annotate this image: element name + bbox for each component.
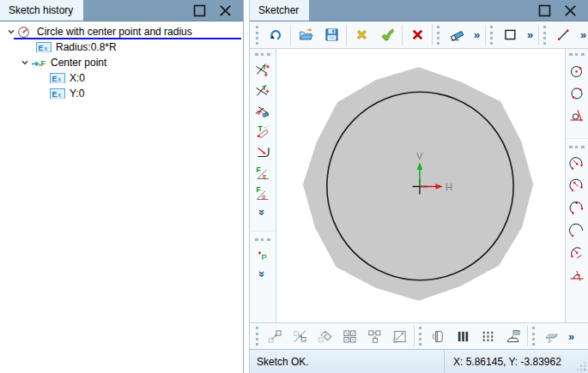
open-button[interactable] [293,24,318,46]
circle-arc-tools-toolbar [565,49,588,322]
sheet-metal-button[interactable]: L [539,325,564,347]
circle-tangent-button[interactable] [567,105,587,127]
toolbar-drag-handle[interactable] [543,26,546,45]
eraser-button[interactable] [444,24,470,46]
bottom-tools-overflow-button[interactable]: » [564,325,578,347]
chevron-down-icon[interactable] [19,57,31,69]
arc-center-icon [569,156,585,171]
scale-button[interactable] [387,325,412,347]
undo-icon [269,27,283,42]
toolbar-separator [432,25,433,45]
toolbar-drag-handle[interactable] [490,26,493,45]
line-tools-overflow-button[interactable]: » [576,24,588,46]
svg-text:E: E [52,74,57,82]
workplane-face[interactable] [303,67,533,301]
toolbar-separator [414,326,415,346]
split-edge-alt-button[interactable]: T [252,81,274,101]
discard-button[interactable] [349,24,374,46]
stamp-text-button[interactable]: Ah [500,325,525,347]
svg-text:T: T [263,63,267,71]
fillet-icon [255,145,270,160]
array-button[interactable] [337,325,362,347]
sketch-history-title-tab[interactable]: Sketch history [0,0,83,21]
sketcher-main-toolbar: »»» [250,21,588,49]
sketch-canvas[interactable]: V H [276,49,565,322]
line-tool-button[interactable] [550,24,576,46]
maximize-icon [537,3,552,18]
toolbar-separator [346,25,347,45]
arc-3point-button[interactable] [567,197,587,220]
arc-button[interactable] [567,220,587,242]
more-edit-tools-button[interactable]: » [255,204,270,220]
circle-center-radius-icon [569,63,585,79]
mirror-move-button[interactable] [288,325,312,347]
sketcher-titlebar: Sketcher [250,0,588,21]
rotate-button[interactable] [312,325,337,347]
circular-array-button[interactable] [362,325,387,347]
close-icon [218,3,233,18]
discard-icon [355,27,369,42]
toolbar-drag-handle[interactable] [255,53,270,56]
toolbar-drag-handle[interactable] [569,53,585,56]
fix-point-button[interactable]: P [252,245,274,266]
toolbar-section-gap [566,127,588,139]
tree-item-label: Y:0 [70,87,84,99]
tangent-arc-line-button[interactable] [567,264,587,286]
line-tool-icon [556,27,571,42]
section-dashed-button[interactable] [476,325,500,347]
toolbar-drag-handle[interactable] [437,26,439,45]
fillet-button[interactable] [252,142,274,163]
move-button[interactable] [263,325,288,347]
h-axis-label: H [446,181,452,191]
arc-endpoints-button[interactable] [567,175,587,197]
section-solid-button[interactable] [451,325,476,347]
svg-text:α: α [263,173,266,179]
toolbar-drag-handle[interactable] [532,327,535,346]
toolbar-separator [402,25,403,45]
svg-text:Ah: Ah [514,330,519,334]
arc-center-button[interactable] [567,153,587,175]
split-edge-button[interactable]: T [252,60,274,81]
unfold-button[interactable] [426,325,451,347]
chevron-down-icon[interactable] [5,26,17,38]
toolbar-drag-handle[interactable] [255,238,270,241]
rectangle-tools-overflow-button[interactable]: » [523,24,536,46]
fix-angle-alt-button[interactable]: Fα [252,183,274,204]
tree-item[interactable]: FCenter point [0,55,243,70]
arc-tangent-button[interactable] [567,242,587,264]
fix-angle-alt-icon: Fα [255,186,270,202]
sketch-history-titlebar: Sketch history [0,0,243,21]
maximize-button[interactable] [531,0,557,21]
erase-segment-button[interactable] [252,101,274,122]
resize-grip[interactable] [576,361,586,371]
tree-item[interactable]: ExRadius:0.8*R [0,39,243,55]
v-axis-label: V [416,151,423,161]
rectangle-tool-button[interactable] [497,24,523,46]
erase-tools-overflow-button[interactable]: » [470,24,483,46]
tree-item[interactable]: ExX:0 [0,70,243,86]
circle-points-button[interactable] [567,82,587,105]
save-button[interactable] [318,24,344,46]
toolbar-drag-handle[interactable] [419,327,421,346]
toolbar-drag-handle[interactable] [569,146,585,148]
undo-button[interactable] [263,24,288,46]
tree-item[interactable]: ExY:0 [0,86,243,101]
arc-endpoints-icon [569,178,585,194]
split-edge-icon: T [255,63,270,78]
tangent-constraint-button[interactable]: T [252,122,274,142]
sketch-history-panel: Sketch history Circle with center point … [0,0,244,373]
toolbar-drag-handle[interactable] [256,327,258,346]
close-button[interactable] [557,0,583,21]
circle-center-radius-button[interactable] [567,60,587,82]
tree-item[interactable]: Circle with center point and radius [0,24,243,39]
close-icon [563,3,578,18]
fix-angle-button[interactable]: Fα [252,163,274,183]
toolbar-drag-handle[interactable] [256,26,258,45]
maximize-button[interactable] [186,0,212,21]
sketcher-panel: Sketcher »»» TTTFαFα»P» V H [249,0,588,373]
cancel-button[interactable] [404,24,430,46]
sketcher-title-tab[interactable]: Sketcher [250,0,309,21]
close-button[interactable] [212,0,238,21]
accept-button[interactable] [374,24,400,46]
more-constraint-tools-button[interactable]: » [255,266,270,281]
